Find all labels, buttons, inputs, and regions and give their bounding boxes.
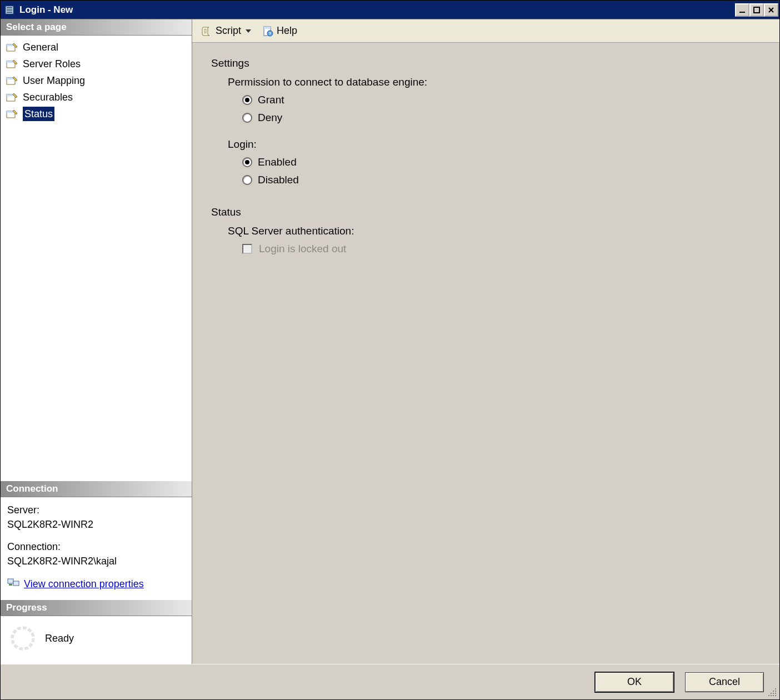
page-icon xyxy=(6,109,18,119)
svg-rect-4 xyxy=(739,12,745,13)
radio-label: Disabled xyxy=(258,174,299,186)
maximize-button[interactable] xyxy=(749,3,764,17)
help-icon: ? xyxy=(262,26,273,37)
page-icon xyxy=(6,42,18,52)
svg-rect-32 xyxy=(775,695,776,696)
radio-enabled[interactable]: Enabled xyxy=(242,156,765,168)
radio-icon xyxy=(242,157,252,167)
page-icon xyxy=(6,92,18,102)
locked-out-checkbox: Login is locked out xyxy=(242,243,765,255)
script-label: Script xyxy=(216,25,241,37)
status-title: Status xyxy=(211,206,765,218)
connection-properties-icon xyxy=(7,576,19,592)
bottom-bar: OK Cancel xyxy=(1,664,779,699)
svg-rect-28 xyxy=(775,693,776,694)
progress-panel: Ready xyxy=(1,616,192,664)
page-icon xyxy=(6,76,18,86)
svg-rect-17 xyxy=(13,581,19,586)
page-item-label: Server Roles xyxy=(23,57,81,71)
svg-rect-25 xyxy=(775,691,776,692)
connection-header: Connection xyxy=(1,481,192,497)
page-item-securables[interactable]: Securables xyxy=(4,89,188,106)
page-item-label: Status xyxy=(23,107,54,121)
checkbox-icon xyxy=(242,244,252,254)
progress-header: Progress xyxy=(1,600,192,616)
script-icon xyxy=(201,26,212,37)
radio-label: Enabled xyxy=(258,156,297,168)
svg-rect-5 xyxy=(754,7,759,13)
page-item-label: General xyxy=(23,40,58,54)
svg-text:?: ? xyxy=(269,31,272,36)
page-item-label: User Mapping xyxy=(23,73,85,88)
server-label: Server: xyxy=(7,503,186,517)
page-item-general[interactable]: General xyxy=(4,39,188,56)
script-button[interactable]: Script xyxy=(197,23,256,38)
connection-value: SQL2K8R2-WINR2\kajal xyxy=(7,554,186,568)
chevron-down-icon xyxy=(246,29,251,33)
page-item-user-mapping[interactable]: User Mapping xyxy=(4,72,188,89)
help-label: Help xyxy=(277,25,297,37)
app-icon xyxy=(4,4,15,16)
page-item-status[interactable]: Status xyxy=(4,106,188,122)
radio-label: Deny xyxy=(258,112,282,124)
radio-disabled[interactable]: Disabled xyxy=(242,174,765,186)
radio-grant[interactable]: Grant xyxy=(242,94,765,106)
close-button[interactable] xyxy=(764,3,778,17)
select-page-header: Select a page xyxy=(1,19,192,36)
page-list: General Server Roles User Mapping xyxy=(1,36,192,347)
svg-rect-24 xyxy=(773,691,774,692)
help-button[interactable]: ? Help xyxy=(258,23,302,38)
radio-label: Grant xyxy=(258,94,284,106)
login-label: Login: xyxy=(228,138,765,151)
svg-rect-20 xyxy=(264,27,271,29)
svg-rect-18 xyxy=(9,584,12,586)
permission-label: Permission to connect to database engine… xyxy=(228,76,765,88)
progress-spinner-icon xyxy=(11,626,35,651)
status-content: Settings Permission to connect to databa… xyxy=(192,43,779,664)
settings-title: Settings xyxy=(211,57,765,69)
svg-rect-26 xyxy=(771,693,772,694)
svg-rect-16 xyxy=(8,579,13,583)
titlebar: Login - New xyxy=(1,1,779,19)
progress-status: Ready xyxy=(45,633,74,644)
page-item-label: Securables xyxy=(23,90,73,104)
main-pane: Script ? Help Settings xyxy=(192,19,779,664)
svg-rect-1 xyxy=(7,7,12,8)
ok-button[interactable]: OK xyxy=(595,672,674,692)
radio-icon xyxy=(242,95,252,105)
radio-icon xyxy=(242,175,252,185)
radio-icon xyxy=(242,113,252,123)
svg-rect-29 xyxy=(768,695,769,696)
left-pane: Select a page General Server Roles xyxy=(1,19,192,664)
svg-rect-31 xyxy=(773,695,774,696)
connection-panel: Server: SQL2K8R2-WINR2 Connection: SQL2K… xyxy=(1,497,192,600)
svg-rect-3 xyxy=(7,12,12,13)
svg-rect-2 xyxy=(7,9,12,11)
server-value: SQL2K8R2-WINR2 xyxy=(7,517,186,532)
resize-grip-icon[interactable] xyxy=(767,687,778,698)
radio-deny[interactable]: Deny xyxy=(242,112,765,124)
view-connection-properties-link[interactable]: View connection properties xyxy=(24,577,144,591)
page-item-server-roles[interactable]: Server Roles xyxy=(4,56,188,72)
page-icon xyxy=(6,59,18,69)
sql-auth-label: SQL Server authentication: xyxy=(228,225,765,237)
minimize-button[interactable] xyxy=(735,3,749,17)
svg-rect-30 xyxy=(771,695,772,696)
locked-out-label: Login is locked out xyxy=(259,243,346,255)
toolbar: Script ? Help xyxy=(192,19,779,43)
cancel-button[interactable]: Cancel xyxy=(685,672,764,692)
svg-rect-27 xyxy=(773,693,774,694)
connection-label: Connection: xyxy=(7,539,186,554)
login-new-window: Login - New Select a page General xyxy=(0,0,780,700)
svg-rect-23 xyxy=(775,688,776,689)
window-title: Login - New xyxy=(19,4,735,16)
